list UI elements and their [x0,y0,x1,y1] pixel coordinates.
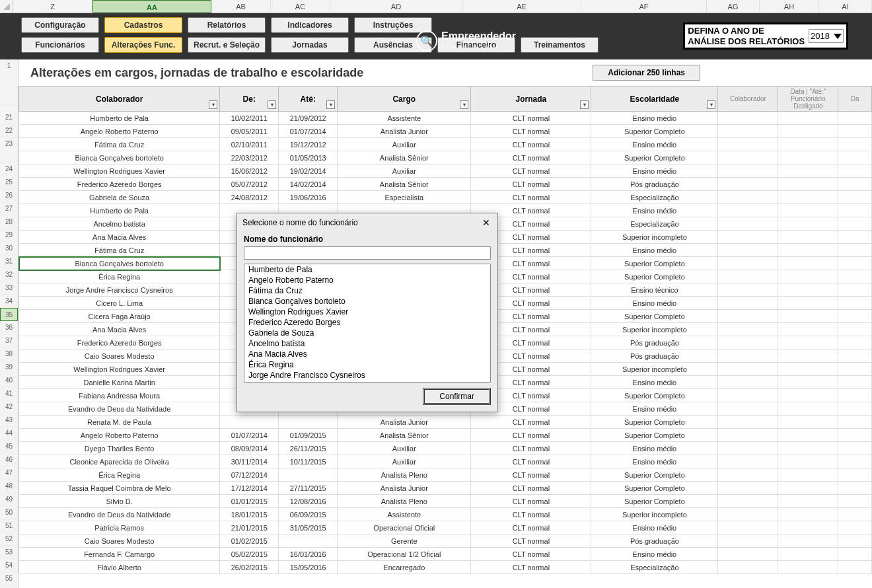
table-cell[interactable]: Superior Completo [591,310,718,323]
table-cell[interactable]: Superior Completo [591,468,718,482]
table-cell[interactable]: CLT normal [471,442,591,455]
list-item[interactable]: Bianca Gonçalves bortoleto [244,296,490,307]
table-cell[interactable] [718,548,778,561]
list-item[interactable]: Jorge Andre Francisco Cysneiros [244,370,490,381]
table-cell[interactable]: Érica Regina [19,270,220,283]
table-cell[interactable]: 19/12/2012 [279,138,338,151]
table-cell[interactable]: Renata M. de Paula [19,416,220,429]
table-cell[interactable]: 05/07/2012 [220,178,279,191]
table-cell[interactable]: Superior Completo [591,482,718,495]
table-cell[interactable] [838,521,872,534]
table-cell[interactable] [838,402,872,416]
table-cell[interactable]: 01/07/2014 [279,125,338,138]
row-number[interactable]: 35 [0,308,18,321]
table-cell[interactable]: Superior Completo [591,389,718,402]
table-cell[interactable]: Pós graduação [591,534,718,548]
row-number[interactable]: 53 [0,546,18,559]
table-cell[interactable] [778,508,838,521]
table-cell[interactable]: Analista Sênior [338,429,471,442]
employee-listbox[interactable]: Humberto de PalaAngelo Roberto PaternoFá… [244,264,491,383]
table-cell[interactable] [718,521,778,534]
table-cell[interactable]: Humberto de Pala [19,204,220,217]
row-number[interactable]: 29 [0,229,18,242]
table-cell[interactable]: Cleonice Aparecida de Oliveira [19,455,220,468]
table-cell[interactable] [778,548,838,561]
table-cell[interactable] [838,416,872,429]
table-cell[interactable]: Especialização [591,191,718,204]
row-number[interactable]: 27 [0,202,18,215]
table-cell[interactable] [838,244,872,257]
table-cell[interactable]: Superior incompleto [591,231,718,244]
table-cell[interactable]: 01/05/2013 [279,151,338,165]
table-cell[interactable] [778,204,838,217]
table-cell[interactable]: Fabiana Andressa Moura [19,389,220,402]
ribbon-button[interactable]: Treinamentos [521,37,599,53]
table-cell[interactable] [718,204,778,217]
table-cell[interactable]: 27/11/2015 [279,482,338,495]
list-item[interactable]: Frederico Azeredo Borges [244,317,490,328]
column-header[interactable]: AA [92,0,211,13]
table-cell[interactable] [838,231,872,244]
table-cell[interactable] [838,336,872,349]
table-cell[interactable]: Fátima da Cruz [19,244,220,257]
list-item[interactable]: Humberto de Pala [244,264,490,275]
column-header[interactable]: AI [819,0,872,13]
column-header[interactable]: AH [760,0,819,13]
table-cell[interactable]: Pós graduação [591,178,718,191]
table-cell[interactable]: CLT normal [471,482,591,495]
table-cell[interactable]: Ensino médio [591,138,718,151]
table-cell[interactable]: Analista Junior [338,482,471,495]
table-cell[interactable] [778,482,838,495]
row-number[interactable]: 38 [0,348,18,361]
table-cell[interactable]: 19/06/2016 [279,191,338,204]
table-cell[interactable] [718,336,778,349]
table-cell[interactable] [718,389,778,402]
table-cell[interactable]: CLT normal [471,561,591,574]
table-cell[interactable]: Ensino médio [591,376,718,389]
filter-icon[interactable]: ▾ [209,100,217,109]
employee-name-input[interactable] [244,246,491,260]
ribbon-button[interactable]: Funcionários [21,37,99,53]
table-cell[interactable] [778,349,838,363]
table-cell[interactable] [718,283,778,297]
table-cell[interactable] [778,363,838,376]
table-cell[interactable]: 31/05/2015 [279,521,338,534]
table-cell[interactable] [778,402,838,416]
table-cell[interactable]: Dyego Tharlles Bento [19,442,220,455]
list-item[interactable]: Fátima da Cruz [244,285,490,296]
table-cell[interactable] [718,376,778,389]
table-cell[interactable] [838,429,872,442]
table-cell[interactable] [838,310,872,323]
table-cell[interactable]: Superior Completo [591,416,718,429]
table-cell[interactable] [838,561,872,574]
table-cell[interactable]: Auxiliar [338,138,471,151]
table-cell[interactable] [718,151,778,165]
table-cell[interactable]: Bianca Gonçalves bortoleto [19,151,220,165]
table-cell[interactable] [718,442,778,455]
table-cell[interactable] [778,376,838,389]
table-cell[interactable] [838,257,872,270]
table-cell[interactable] [718,468,778,482]
table-cell[interactable] [838,468,872,482]
table-cell[interactable] [778,297,838,310]
table-cell[interactable]: Pós graduação [591,336,718,349]
table-cell[interactable]: Ensino médio [591,165,718,178]
table-cell[interactable] [838,283,872,297]
table-cell[interactable]: Especialização [591,561,718,574]
row-number[interactable]: 44 [0,427,18,440]
table-cell[interactable]: Superior incompleto [591,323,718,336]
table-cell[interactable] [279,468,338,482]
list-item[interactable]: Érica Regina [244,359,490,370]
table-cell[interactable] [778,534,838,548]
table-cell[interactable]: 21/01/2015 [220,521,279,534]
table-cell[interactable] [838,508,872,521]
table-cell[interactable] [778,416,838,429]
table-cell[interactable]: Danielle Karina Martin [19,376,220,389]
row-number[interactable]: 54 [0,559,18,572]
table-cell[interactable]: 08/09/2014 [220,442,279,455]
table-cell[interactable] [718,165,778,178]
table-cell[interactable] [838,165,872,178]
table-cell[interactable]: 10/11/2015 [279,455,338,468]
table-cell[interactable] [718,429,778,442]
row-number[interactable]: 55 [0,572,18,585]
